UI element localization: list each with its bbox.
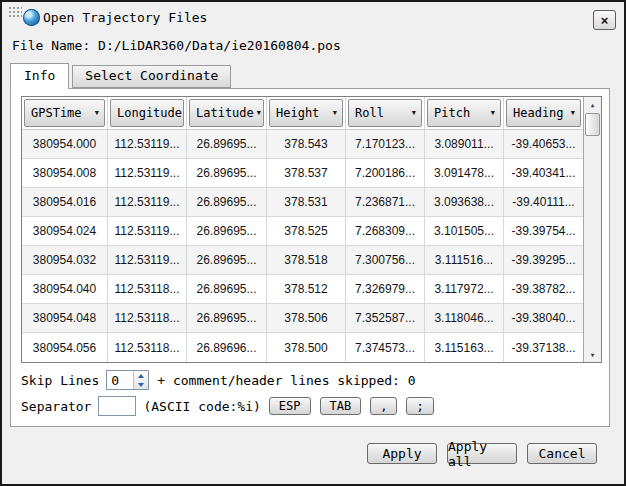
table-cell[interactable]: 3.117972... — [425, 275, 504, 304]
table-cell[interactable]: 7.236871... — [346, 188, 425, 217]
table-cell[interactable]: 380954.024 — [22, 217, 108, 246]
separator-esp-button[interactable]: ESP — [269, 397, 311, 415]
header-cell-longitude: Longitude ▼ — [108, 97, 187, 129]
table-cell[interactable]: -39.38040... — [504, 304, 583, 333]
chevron-down-icon: ▼ — [412, 109, 416, 117]
spin-up-button[interactable] — [134, 371, 148, 380]
column-select-longitude[interactable]: Longitude ▼ — [110, 99, 184, 127]
table-cell[interactable]: 380954.008 — [22, 159, 108, 188]
table-cell[interactable]: 378.506 — [267, 304, 346, 333]
table-cell[interactable]: 7.170123... — [346, 130, 425, 159]
separator-semicolon-button[interactable]: ; — [406, 397, 433, 415]
table-cell[interactable]: 380954.032 — [22, 246, 108, 275]
table-cell[interactable]: 378.543 — [267, 130, 346, 159]
table-cell[interactable]: 112.53119... — [108, 188, 187, 217]
table-cell[interactable]: 378.500 — [267, 333, 346, 362]
table-cell[interactable]: 378.525 — [267, 217, 346, 246]
table-cell[interactable]: 112.53119... — [108, 217, 187, 246]
table-cell[interactable]: 378.518 — [267, 246, 346, 275]
table-cell[interactable]: 380954.016 — [22, 188, 108, 217]
table-cell[interactable]: 3.118046... — [425, 304, 504, 333]
table-cell[interactable]: 26.89695... — [187, 304, 267, 333]
table-cell[interactable]: 112.53118... — [108, 304, 187, 333]
table-cell[interactable]: 26.89696... — [187, 333, 267, 362]
table-cell[interactable]: 380954.040 — [22, 275, 108, 304]
table-cell[interactable]: -39.37138... — [504, 333, 583, 362]
title-bar: Open Trajectory Files × — [2, 2, 624, 32]
spin-arrows — [133, 371, 148, 389]
table-cell[interactable]: 26.89695... — [187, 130, 267, 159]
table-cell[interactable]: 26.89695... — [187, 275, 267, 304]
table-row[interactable]: 380954.000 112.53119... 26.89695... 378.… — [22, 130, 583, 159]
table-row[interactable]: 380954.056 112.53118... 26.89696... 378.… — [22, 333, 583, 362]
chevron-down-icon: ▼ — [257, 109, 261, 117]
separator-tab-button[interactable]: TAB — [320, 397, 362, 415]
table-cell[interactable]: 112.53119... — [108, 246, 187, 275]
table-cell[interactable]: 380954.000 — [22, 130, 108, 159]
table-cell[interactable]: 3.101505... — [425, 217, 504, 246]
close-button[interactable]: × — [593, 10, 616, 30]
table-cell[interactable]: 7.374573... — [346, 333, 425, 362]
table-row[interactable]: 380954.048 112.53118... 26.89695... 378.… — [22, 304, 583, 333]
table-cell[interactable]: 7.326979... — [346, 275, 425, 304]
table-cell[interactable]: 380954.048 — [22, 304, 108, 333]
table-cell[interactable]: -39.40653... — [504, 130, 583, 159]
chevron-down-icon: ▼ — [571, 109, 575, 117]
table-cell[interactable]: 7.300756... — [346, 246, 425, 275]
table-cell[interactable]: 378.512 — [267, 275, 346, 304]
ascii-code-hint: (ASCII code:%i) — [143, 399, 260, 414]
table-cell[interactable]: 26.89695... — [187, 217, 267, 246]
cancel-button[interactable]: Cancel — [527, 443, 597, 464]
table-row[interactable]: 380954.016 112.53119... 26.89695... 378.… — [22, 188, 583, 217]
skip-lines-input[interactable] — [107, 371, 133, 389]
separator-comma-button[interactable]: , — [370, 397, 397, 415]
table-cell[interactable]: 3.091478... — [425, 159, 504, 188]
table-cell[interactable]: 380954.056 — [22, 333, 108, 362]
spin-down-button[interactable] — [134, 380, 148, 389]
table-cell[interactable]: -39.39754... — [504, 217, 583, 246]
table-cell[interactable]: 378.531 — [267, 188, 346, 217]
scrollbar-track[interactable] — [584, 136, 601, 347]
table-row[interactable]: 380954.024 112.53119... 26.89695... 378.… — [22, 217, 583, 246]
tab-select-coordinate[interactable]: Select Coordinate — [72, 65, 231, 88]
table-cell[interactable]: 112.53119... — [108, 130, 187, 159]
lidar360-logo-icon — [23, 9, 40, 26]
table-cell[interactable]: 7.200186... — [346, 159, 425, 188]
table-cell[interactable]: 112.53119... — [108, 159, 187, 188]
table-cell[interactable]: 3.093638... — [425, 188, 504, 217]
column-select-height[interactable]: Height ▼ — [269, 99, 343, 127]
table-cell[interactable]: -39.39295... — [504, 246, 583, 275]
table-cell[interactable]: -39.40341... — [504, 159, 583, 188]
tab-info[interactable]: Info — [10, 63, 69, 89]
table-cell[interactable]: 26.89695... — [187, 246, 267, 275]
table-cell[interactable]: 112.53118... — [108, 275, 187, 304]
table-cell[interactable]: 3.115163... — [425, 333, 504, 362]
column-select-latitude[interactable]: Latitude ▼ — [189, 99, 264, 127]
apply-all-button[interactable]: Apply all — [447, 443, 517, 464]
drag-handle-dots-icon — [8, 6, 22, 18]
table-header-row: GPSTime ▼ Longitude ▼ Latitude ▼ — [22, 97, 583, 130]
vertical-scrollbar[interactable]: ▲ ▼ — [583, 97, 601, 362]
table-row[interactable]: 380954.032 112.53119... 26.89695... 378.… — [22, 246, 583, 275]
table-cell[interactable]: 7.352587... — [346, 304, 425, 333]
column-select-pitch[interactable]: Pitch ▼ — [427, 99, 501, 127]
table-row[interactable]: 380954.040 112.53118... 26.89695... 378.… — [22, 275, 583, 304]
table-cell[interactable]: 7.268309... — [346, 217, 425, 246]
table-row[interactable]: 380954.008 112.53119... 26.89695... 378.… — [22, 159, 583, 188]
column-select-heading[interactable]: Heading ▼ — [506, 99, 581, 127]
table-cell[interactable]: 3.111516... — [425, 246, 504, 275]
scrollbar-thumb[interactable] — [585, 113, 600, 136]
table-cell[interactable]: 112.53118... — [108, 333, 187, 362]
table-cell[interactable]: 3.089011... — [425, 130, 504, 159]
table-cell[interactable]: 26.89695... — [187, 188, 267, 217]
table-cell[interactable]: -39.38782... — [504, 275, 583, 304]
table-cell[interactable]: 378.537 — [267, 159, 346, 188]
table-cell[interactable]: 26.89695... — [187, 159, 267, 188]
column-select-roll[interactable]: Roll ▼ — [348, 99, 422, 127]
apply-button[interactable]: Apply — [367, 443, 437, 464]
separator-input[interactable] — [98, 396, 136, 416]
scroll-down-icon[interactable]: ▼ — [584, 347, 601, 362]
scroll-up-icon[interactable]: ▲ — [584, 97, 601, 112]
table-cell[interactable]: -39.40111... — [504, 188, 583, 217]
column-select-gpstime[interactable]: GPSTime ▼ — [24, 99, 105, 127]
